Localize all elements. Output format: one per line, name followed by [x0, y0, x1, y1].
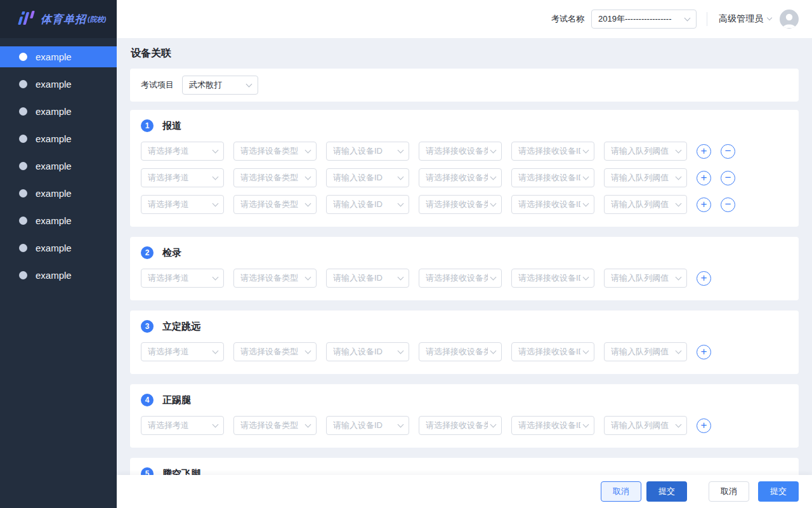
queue-threshold-select[interactable]: 请输入队列阈值 [604, 269, 687, 288]
receive-device-type-select[interactable]: 请选择接收设备类型 [419, 342, 502, 361]
add-row-button[interactable]: + [697, 271, 711, 286]
app-title-suffix: (院校) [88, 15, 106, 24]
device-type-select[interactable]: 请选择设备类型 [233, 142, 317, 161]
device-type-select[interactable]: 请选择设备类型 [233, 416, 317, 435]
submit-button-secondary[interactable]: 提交 [758, 481, 799, 502]
placeholder-text: 请输入设备ID [333, 272, 383, 284]
lane-select[interactable]: 请选择考道 [141, 168, 224, 187]
chevron-down-icon [305, 200, 311, 206]
lane-select[interactable]: 请选择考道 [141, 342, 224, 361]
add-row-button[interactable]: + [697, 418, 711, 433]
sidebar-item-label: example [36, 79, 72, 90]
queue-threshold-select[interactable]: 请输入队列阈值 [604, 142, 687, 161]
placeholder-text: 请选择接收设备ID [518, 272, 580, 284]
queue-threshold-select[interactable]: 请输入队列阈值 [604, 195, 687, 214]
sidebar-item-example[interactable]: example [0, 210, 117, 231]
placeholder-text: 请选择考道 [148, 199, 189, 210]
device-id-select[interactable]: 请输入设备ID [326, 416, 409, 435]
app-logo: 体育单招 (院校) [0, 0, 117, 38]
receive-device-type-select[interactable]: 请选择接收设备类型 [419, 195, 502, 214]
exam-name-value: 2019年----------------- [598, 13, 672, 25]
queue-threshold-select[interactable]: 请输入队列阈值 [604, 168, 687, 187]
sidebar-item-example[interactable]: example [0, 74, 117, 95]
chevron-down-icon [490, 274, 497, 280]
section-header: 5 腾空飞脚 [141, 467, 788, 475]
placeholder-text: 请输入队列阈值 [611, 172, 669, 184]
queue-threshold-select[interactable]: 请输入队列阈值 [604, 416, 687, 435]
receive-device-type-select[interactable]: 请选择接收设备类型 [419, 168, 502, 187]
receive-device-id-select[interactable]: 请选择接收设备ID [511, 342, 594, 361]
receive-device-type-select[interactable]: 请选择接收设备类型 [419, 269, 502, 288]
cancel-button[interactable]: 取消 [601, 481, 641, 502]
queue-threshold-select[interactable]: 请输入队列阈值 [604, 342, 687, 361]
section-title: 正踢腿 [162, 394, 191, 406]
lane-select[interactable]: 请选择考道 [141, 195, 224, 214]
add-row-button[interactable]: + [697, 144, 711, 159]
receive-device-id-select[interactable]: 请选择接收设备ID [511, 168, 594, 187]
sidebar-item-label: example [36, 51, 72, 62]
user-menu[interactable]: 高级管理员 [719, 13, 771, 25]
chevron-down-icon [676, 173, 682, 180]
device-type-select[interactable]: 请选择设备类型 [233, 269, 317, 288]
sidebar-item-example[interactable]: example [0, 156, 117, 177]
exam-name-select[interactable]: 2019年----------------- [591, 10, 697, 29]
section-title: 腾空飞脚 [162, 468, 200, 476]
add-row-button[interactable]: + [697, 345, 711, 359]
receive-device-type-select[interactable]: 请选择接收设备类型 [419, 142, 502, 161]
device-id-select[interactable]: 请输入设备ID [326, 142, 409, 161]
section-title: 检录 [162, 247, 181, 259]
device-id-select[interactable]: 请输入设备ID [326, 269, 409, 288]
receive-device-id-select[interactable]: 请选择接收设备ID [511, 269, 594, 288]
add-row-button[interactable]: + [697, 171, 711, 185]
placeholder-text: 请选择接收设备类型 [426, 272, 488, 284]
lane-select[interactable]: 请选择考道 [141, 269, 224, 288]
remove-row-button[interactable]: − [721, 197, 735, 212]
lane-select[interactable]: 请选择考道 [141, 142, 224, 161]
device-id-select[interactable]: 请输入设备ID [326, 168, 409, 187]
placeholder-text: 请选择接收设备ID [518, 145, 580, 157]
remove-row-button[interactable]: − [721, 171, 735, 185]
receive-device-id-select[interactable]: 请选择接收设备ID [511, 195, 594, 214]
device-id-select[interactable]: 请输入设备ID [326, 195, 409, 214]
section-header: 4 正踢腿 [141, 393, 788, 407]
sidebar-item-example[interactable]: example [0, 237, 117, 258]
cancel-button-secondary[interactable]: 取消 [709, 481, 749, 502]
sidebar-item-example[interactable]: example [0, 265, 117, 286]
chevron-down-icon [305, 421, 311, 427]
app-title: 体育单招 [41, 12, 86, 27]
device-row: 请选择考道请选择设备类型请输入设备ID请选择接收设备类型请选择接收设备ID请输入… [141, 195, 788, 214]
sidebar-item-example[interactable]: example [0, 183, 117, 204]
sidebar-item-example[interactable]: example [0, 46, 117, 67]
chevron-down-icon [490, 147, 497, 153]
remove-row-button[interactable]: − [721, 144, 735, 159]
chevron-down-icon [767, 15, 772, 20]
placeholder-text: 请输入设备ID [333, 199, 383, 210]
sidebar-item-label: example [36, 215, 72, 226]
bullet-icon [19, 135, 27, 143]
device-type-select[interactable]: 请选择设备类型 [233, 342, 317, 361]
sidebar-item-example[interactable]: example [0, 101, 117, 122]
submit-button[interactable]: 提交 [646, 481, 687, 502]
add-row-button[interactable]: + [697, 197, 711, 212]
lane-select[interactable]: 请选择考道 [141, 416, 224, 435]
chevron-down-icon [583, 421, 589, 427]
placeholder-text: 请选择考道 [148, 145, 189, 157]
avatar[interactable] [780, 10, 799, 29]
placeholder-text: 请选择考道 [148, 346, 189, 358]
chevron-down-icon [684, 15, 691, 21]
chevron-down-icon [213, 173, 219, 180]
device-type-select[interactable]: 请选择设备类型 [233, 168, 317, 187]
exam-item-select[interactable]: 武术散打 [182, 76, 258, 95]
device-row: 请选择考道请选择设备类型请输入设备ID请选择接收设备类型请选择接收设备ID请输入… [141, 269, 788, 288]
receive-device-type-select[interactable]: 请选择接收设备类型 [419, 416, 502, 435]
placeholder-text: 请选择设备类型 [240, 346, 298, 358]
placeholder-text: 请选择考道 [148, 420, 189, 431]
placeholder-text: 请选择接收设备类型 [426, 145, 488, 157]
device-type-select[interactable]: 请选择设备类型 [233, 195, 317, 214]
receive-device-id-select[interactable]: 请选择接收设备ID [511, 142, 594, 161]
sidebar-item-example[interactable]: example [0, 128, 117, 149]
device-id-select[interactable]: 请输入设备ID [326, 342, 409, 361]
receive-device-id-select[interactable]: 请选择接收设备ID [511, 416, 594, 435]
sidebar-item-label: example [36, 161, 72, 171]
chevron-down-icon [490, 200, 497, 206]
